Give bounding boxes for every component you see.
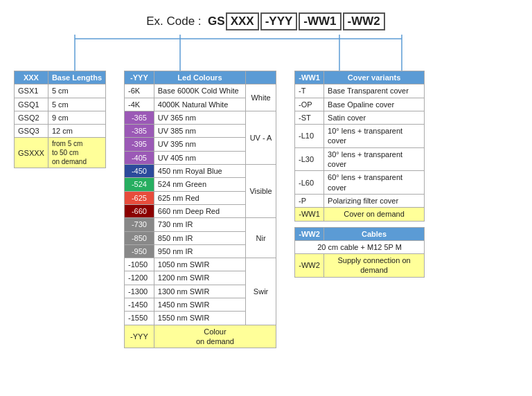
yyy-desc: 660 nm Deep Red bbox=[154, 204, 245, 217]
yyy-code: -730 bbox=[125, 218, 154, 231]
ww1-code: -ST bbox=[295, 111, 324, 124]
table-row: GSQ2 9 cm bbox=[15, 111, 106, 124]
table-row: GSQ3 12 cm bbox=[15, 125, 106, 138]
xxx-code: GSQ3 bbox=[15, 125, 48, 138]
yyy-special-code: -YYY bbox=[125, 325, 154, 348]
table-row: GSX1 5 cm bbox=[15, 84, 106, 98]
yyy-code: -365 bbox=[125, 111, 154, 124]
table-row-demand: -WW2 Supply connection on demand bbox=[295, 254, 425, 278]
yyy-group-visible: Visible bbox=[246, 165, 276, 218]
connector-area bbox=[14, 35, 518, 71]
yyy-code: -1450 bbox=[125, 298, 154, 312]
ww2-header-code: -WW2 bbox=[295, 227, 324, 240]
connector-lines bbox=[14, 35, 518, 71]
table-row: 20 cm cable + M12 5P M bbox=[295, 240, 425, 253]
yyy-desc: 1450 nm SWIR bbox=[154, 298, 245, 312]
section-ww1-ww2: -WW1 Cover variants -T Base Transparent … bbox=[294, 71, 425, 278]
ww2-demand-desc: Supply connection on demand bbox=[324, 254, 425, 278]
table-row: -365 UV 365 nm UV - A bbox=[125, 111, 276, 124]
yyy-desc: UV 365 nm bbox=[154, 111, 245, 124]
yyy-code: -1550 bbox=[125, 312, 154, 325]
yyy-header-colors: Led Colours bbox=[154, 71, 245, 84]
yyy-desc: 1550 nm SWIR bbox=[154, 312, 245, 325]
title-prefix: Ex. Code : bbox=[146, 15, 204, 28]
yyy-desc: UV 395 nm bbox=[154, 138, 245, 151]
yyy-desc: 625 nm Red bbox=[154, 191, 245, 204]
yyy-desc: 1050 nm SWIR bbox=[154, 258, 245, 271]
table-row: -L60 60° lens + transparent cover bbox=[295, 171, 425, 195]
ww1-code: -L60 bbox=[295, 171, 324, 195]
yyy-code: -385 bbox=[125, 125, 154, 138]
ww1-desc: 30° lens + transparent cover bbox=[324, 147, 425, 171]
yyy-code: -6K bbox=[125, 84, 154, 98]
section-yyy: -YYY Led Colours -6K Base 6000K Cold Whi… bbox=[124, 71, 276, 348]
ww1-code: -L30 bbox=[295, 147, 324, 171]
table-row: -L30 30° lens + transparent cover bbox=[295, 147, 425, 171]
yyy-group-white: White bbox=[246, 84, 276, 111]
table-row: -OP Base Opaline cover bbox=[295, 98, 425, 111]
yyy-code: -405 bbox=[125, 151, 154, 164]
ww1-desc: Satin cover bbox=[324, 111, 425, 124]
yyy-code: -524 bbox=[125, 178, 154, 191]
title-area: Ex. Code : GSXXX-YYY-WW1-WW2 bbox=[14, 12, 518, 30]
ww1-desc: Base Opaline cover bbox=[324, 98, 425, 111]
ww1-demand-code: -WW1 bbox=[295, 208, 324, 221]
table-row: -P Polarizing filter cover bbox=[295, 194, 425, 207]
title-gs: GS bbox=[208, 15, 225, 28]
yyy-desc: 730 nm IR bbox=[154, 218, 245, 231]
ww1-header-code: -WW1 bbox=[295, 71, 324, 84]
yyy-code: -1050 bbox=[125, 258, 154, 271]
ww1-code: -P bbox=[295, 194, 324, 207]
xxx-header-code: XXX bbox=[15, 71, 48, 84]
table-row: -450 450 nm Royal Blue Visible bbox=[125, 165, 276, 178]
ww1-demand-desc: Cover on demand bbox=[324, 208, 425, 221]
xxx-code: GSQ1 bbox=[15, 98, 48, 111]
yyy-header-code: -YYY bbox=[125, 71, 154, 84]
ww1-desc: Polarizing filter cover bbox=[324, 194, 425, 207]
yyy-desc: 4000K Natural White bbox=[154, 98, 245, 111]
ww1-desc: 60° lens + transparent cover bbox=[324, 171, 425, 195]
yyy-group-swir: Swir bbox=[246, 258, 276, 325]
title-xxx: XXX bbox=[226, 12, 259, 30]
ww2-demand-code: -WW2 bbox=[295, 254, 324, 278]
yyy-code: -625 bbox=[125, 191, 154, 204]
table-row: -ST Satin cover bbox=[295, 111, 425, 124]
yyy-code: -1300 bbox=[125, 285, 154, 298]
table-row: -1050 1050 nm SWIR Swir bbox=[125, 258, 276, 271]
xxx-length: 9 cm bbox=[48, 111, 105, 124]
yyy-desc: 1300 nm SWIR bbox=[154, 285, 245, 298]
yyy-desc: 450 nm Royal Blue bbox=[154, 165, 245, 178]
yyy-code: -950 bbox=[125, 244, 154, 258]
title-yyy: -YYY bbox=[260, 12, 298, 30]
yyy-desc: 950 nm IR bbox=[154, 244, 245, 258]
ww2-header-cables: Cables bbox=[324, 227, 425, 240]
table-row: -T Base Transparent cover bbox=[295, 84, 425, 98]
yyy-desc: 524 nm Green bbox=[154, 178, 245, 191]
table-row-special: -YYY Colouron demand bbox=[125, 325, 276, 348]
yyy-desc: 850 nm IR bbox=[154, 231, 245, 244]
xxx-code: GSQ2 bbox=[15, 111, 48, 124]
yyy-desc: UV 405 nm bbox=[154, 151, 245, 164]
yyy-special-desc: Colouron demand bbox=[154, 325, 276, 348]
section-xxx: XXX Base Lengths GSX1 5 cm GSQ1 5 cm GSQ… bbox=[14, 71, 106, 168]
ww2-cable-desc: 20 cm cable + M12 5P M bbox=[295, 240, 425, 253]
yyy-group-uva: UV - A bbox=[246, 111, 276, 164]
yyy-group-nir: Nir bbox=[246, 218, 276, 258]
ww1-table: -WW1 Cover variants -T Base Transparent … bbox=[294, 71, 425, 222]
page: Ex. Code : GSXXX-YYY-WW1-WW2 XXX bbox=[0, 0, 532, 361]
table-row: -L10 10° lens + transparent cover bbox=[295, 125, 425, 148]
xxx-header-lengths: Base Lengths bbox=[48, 71, 105, 84]
yyy-desc: 1200 nm SWIR bbox=[154, 271, 245, 285]
table-row: -6K Base 6000K Cold White White bbox=[125, 84, 276, 98]
yyy-code: -450 bbox=[125, 165, 154, 178]
ww1-code: -L10 bbox=[295, 125, 324, 148]
yyy-code: -395 bbox=[125, 138, 154, 151]
table-row: -730 730 nm IR Nir bbox=[125, 218, 276, 231]
title-ww1: -WW1 bbox=[299, 12, 341, 30]
ww1-desc: 10° lens + transparent cover bbox=[324, 125, 425, 148]
xxx-length: 12 cm bbox=[48, 125, 105, 138]
yyy-header-group bbox=[246, 71, 276, 84]
ww1-header-cover: Cover variants bbox=[324, 71, 425, 84]
table-row-demand: -WW1 Cover on demand bbox=[295, 208, 425, 221]
xxx-length: 5 cm bbox=[48, 84, 105, 98]
